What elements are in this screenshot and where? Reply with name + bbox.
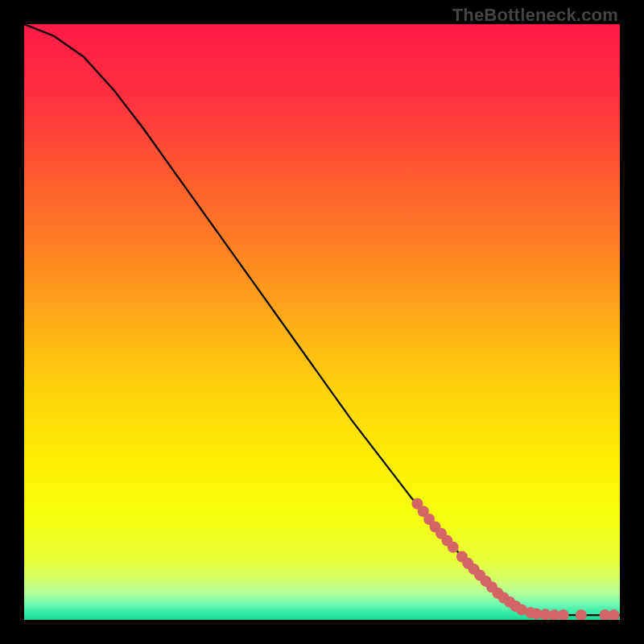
watermark-text: TheBottleneck.com	[452, 5, 618, 26]
chart-svg	[24, 24, 620, 620]
data-marker	[448, 542, 459, 553]
gradient-background	[24, 24, 620, 620]
chart-area	[24, 24, 620, 620]
